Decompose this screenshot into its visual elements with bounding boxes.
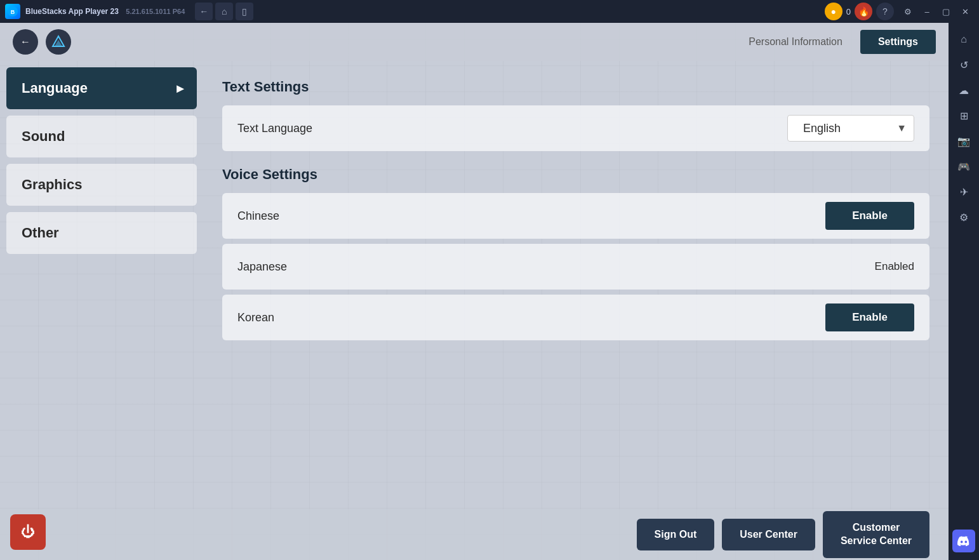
voice-row-japanese: Japanese Enabled	[222, 244, 929, 290]
svg-text:B: B	[11, 9, 15, 15]
header-tabs: Personal Information Settings	[731, 30, 936, 54]
voice-japanese-status: Enabled	[875, 260, 914, 273]
title-nav: ← ⌂ ▯	[195, 3, 253, 20]
chevron-right-icon: ►	[174, 81, 187, 96]
rp-gamepad-btn[interactable]: 🎮	[952, 155, 975, 178]
voice-chinese-label: Chinese	[237, 210, 825, 223]
coin-icon: ●	[825, 3, 842, 20]
voice-row-korean: Korean Enable	[222, 295, 929, 340]
fire-icon: 🔥	[855, 3, 872, 20]
language-select[interactable]: English Chinese Japanese Korean	[787, 115, 914, 142]
sidebar-item-language[interactable]: Language ►	[6, 67, 197, 109]
voice-row-chinese: Chinese Enable	[222, 193, 929, 239]
close-btn[interactable]: ✕	[956, 3, 974, 20]
main-area: ← Personal Information Settings Language…	[0, 23, 949, 560]
language-dropdown-container[interactable]: English Chinese Japanese Korean ▼	[787, 115, 914, 142]
sidebar-item-other[interactable]: Other	[6, 212, 197, 254]
tab-personal-info[interactable]: Personal Information	[731, 30, 860, 54]
nav-home-btn[interactable]: ⌂	[215, 3, 233, 20]
minimize-btn[interactable]: –	[918, 3, 936, 20]
nav-copy-btn[interactable]: ▯	[236, 3, 253, 20]
user-center-button[interactable]: User Center	[722, 519, 815, 550]
sidebar: Language ► Sound Graphics Other	[0, 61, 203, 509]
rp-discord-btn[interactable]	[952, 530, 975, 552]
voice-settings-title: Voice Settings	[222, 166, 929, 183]
help-icon[interactable]: ?	[876, 3, 894, 20]
voice-korean-label: Korean	[237, 311, 825, 324]
tab-settings[interactable]: Settings	[860, 30, 936, 54]
maximize-btn[interactable]: ▢	[937, 3, 955, 20]
sign-out-button[interactable]: Sign Out	[637, 519, 715, 550]
customer-service-button[interactable]: CustomerService Center	[823, 511, 929, 558]
voice-korean-enable-btn[interactable]: Enable	[825, 303, 914, 331]
voice-rows: Chinese Enable Japanese Enabled Korean E…	[222, 193, 929, 343]
top-nav: ← Personal Information Settings	[0, 23, 949, 61]
rp-settings-btn[interactable]: ⚙	[952, 206, 975, 229]
text-language-label: Text Language	[237, 122, 787, 135]
power-button[interactable]: ⏻	[10, 514, 46, 550]
title-bar: B BlueStacks App Player 23 5.21.615.1011…	[0, 0, 979, 23]
nav-back-btn[interactable]: ←	[195, 3, 213, 20]
voice-chinese-enable-btn[interactable]: Enable	[825, 202, 914, 230]
text-language-row: Text Language English Chinese Japanese K…	[222, 105, 929, 151]
content-layout: Language ► Sound Graphics Other Text Set…	[0, 61, 949, 509]
rp-gallery-btn[interactable]: ⊞	[952, 104, 975, 127]
voice-japanese-label: Japanese	[237, 260, 875, 274]
bottom-bar: Sign Out User Center CustomerService Cen…	[0, 509, 949, 560]
sidebar-item-sound[interactable]: Sound	[6, 116, 197, 157]
back-button[interactable]: ←	[13, 29, 38, 55]
text-settings-title: Text Settings	[222, 79, 929, 95]
sidebar-item-graphics[interactable]: Graphics	[6, 164, 197, 206]
right-panel: ⌂ ↺ ☁ ⊞ 📷 🎮 ✈ ⚙	[949, 23, 979, 560]
settings-btn[interactable]: ⚙	[899, 3, 917, 20]
coin-count: 0	[846, 7, 851, 17]
rp-home-btn[interactable]: ⌂	[952, 28, 975, 51]
app-logo: B	[5, 4, 20, 19]
voice-settings-section: Voice Settings Chinese Enable Japanese E…	[222, 166, 929, 343]
app-title: BlueStacks App Player 23 5.21.615.1011 P…	[25, 7, 185, 16]
rp-camera-btn[interactable]: 📷	[952, 130, 975, 152]
window-controls: ⚙ – ▢ ✕	[899, 3, 974, 20]
settings-panel: Text Settings Text Language English Chin…	[203, 61, 949, 509]
rp-cloud-btn[interactable]: ☁	[952, 79, 975, 102]
rp-airplane-btn[interactable]: ✈	[952, 180, 975, 203]
drive-icon[interactable]	[46, 29, 71, 55]
rp-refresh-btn[interactable]: ↺	[952, 53, 975, 76]
